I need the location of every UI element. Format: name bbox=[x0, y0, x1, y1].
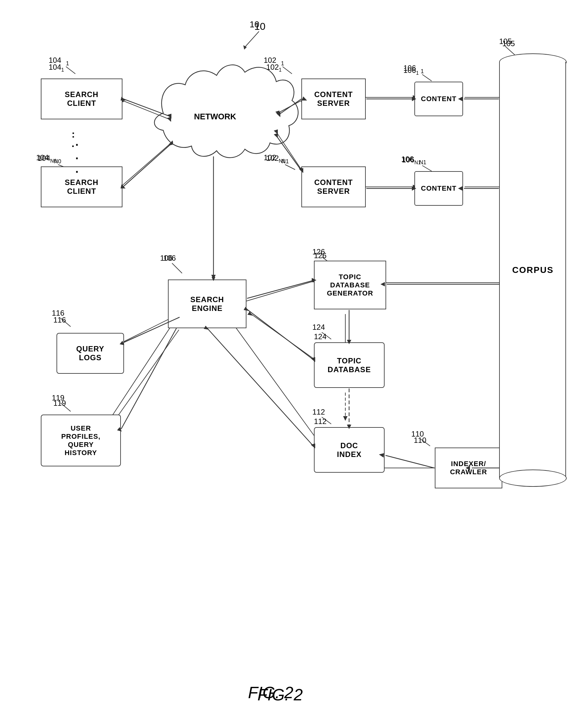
svg-line-46 bbox=[278, 101, 301, 113]
svg-line-20 bbox=[422, 166, 432, 171]
svg-line-14 bbox=[285, 165, 295, 170]
svg-marker-63 bbox=[247, 312, 253, 316]
ref-104-n0: 104N0 bbox=[38, 154, 57, 164]
svg-marker-2 bbox=[243, 45, 247, 49]
ref-126: 126 bbox=[314, 251, 327, 260]
user-profiles-label: USER PROFILES, QUERY HISTORY bbox=[61, 424, 101, 457]
svg-marker-45 bbox=[169, 140, 173, 144]
ref-110: 110 bbox=[414, 436, 426, 445]
search-engine-label: SEARCH ENGINE bbox=[190, 295, 224, 313]
search-client-1-box: SEARCH CLIENT bbox=[41, 79, 122, 119]
ref-112: 112 bbox=[314, 417, 327, 426]
corpus-cylinder: CORPUS bbox=[499, 54, 567, 487]
svg-line-17 bbox=[422, 75, 432, 81]
content-server-n1-box: CONTENT SERVER bbox=[301, 166, 366, 207]
svg-marker-47 bbox=[275, 110, 279, 116]
query-logs-box: QUERY LOGS bbox=[57, 333, 124, 374]
ref-105: 105 bbox=[502, 39, 515, 48]
topic-database-label: TOPIC DATABASE bbox=[328, 356, 371, 374]
svg-text:.: . bbox=[71, 138, 75, 149]
svg-text:1: 1 bbox=[421, 68, 424, 75]
svg-marker-50 bbox=[274, 129, 278, 134]
topic-db-gen-label: TOPIC DATABASE GENERATOR bbox=[327, 273, 373, 297]
ref-102-n1: 102N1 bbox=[266, 154, 286, 164]
ref-10: 10 bbox=[250, 19, 259, 29]
doc-index-box: DOC INDEX bbox=[314, 427, 384, 473]
search-client-n0-label: SEARCH CLIENT bbox=[65, 178, 98, 196]
ref-102-1: 1021 bbox=[266, 63, 281, 73]
search-engine-box: SEARCH ENGINE bbox=[168, 279, 247, 328]
topic-database-box: TOPIC DATABASE bbox=[314, 342, 384, 388]
search-client-1-label: SEARCH CLIENT bbox=[65, 90, 98, 108]
doc-index-label: DOC INDEX bbox=[337, 441, 361, 459]
svg-text:NETWORK: NETWORK bbox=[194, 112, 236, 121]
diagram-container: { "title": "FIG. 2", "diagram_ref": "10"… bbox=[0, 0, 588, 728]
svg-line-67 bbox=[245, 281, 314, 301]
search-client-n0-box: SEARCH CLIENT bbox=[41, 166, 122, 207]
svg-line-43 bbox=[122, 143, 171, 185]
ref-124: 124 bbox=[314, 332, 327, 341]
svg-marker-70 bbox=[343, 416, 348, 421]
svg-line-1 bbox=[245, 32, 259, 47]
ref-119: 119 bbox=[54, 399, 66, 408]
content-server-n1-label: CONTENT SERVER bbox=[314, 178, 353, 196]
svg-line-71 bbox=[226, 314, 317, 440]
svg-line-49 bbox=[276, 132, 301, 170]
svg-text::: : bbox=[71, 128, 75, 140]
dots-separator: ··· bbox=[75, 138, 79, 179]
svg-line-24 bbox=[172, 263, 182, 273]
content-1-box: CONTENT bbox=[414, 82, 463, 116]
content-1-label: CONTENT bbox=[421, 95, 457, 103]
topic-db-gen-box: TOPIC DATABASE GENERATOR bbox=[314, 261, 386, 309]
content-n1-box: CONTENT bbox=[414, 171, 463, 206]
content-server-1-box: CONTENT SERVER bbox=[301, 79, 366, 119]
ref-104-1: 1041 bbox=[49, 63, 64, 73]
svg-text:112: 112 bbox=[312, 408, 325, 416]
figure-label: FIG. 2 bbox=[248, 683, 293, 702]
svg-line-40 bbox=[122, 101, 170, 119]
svg-line-11 bbox=[282, 67, 292, 74]
svg-text:1: 1 bbox=[66, 60, 69, 67]
user-profiles-box: USER PROFILES, QUERY HISTORY bbox=[41, 415, 121, 466]
query-logs-label: QUERY LOGS bbox=[76, 345, 104, 362]
ref-106-1: 1061 bbox=[403, 66, 419, 76]
corpus-label: CORPUS bbox=[512, 265, 554, 275]
ref-106-engine: 106 bbox=[160, 254, 173, 263]
indexer-crawler-label: INDEXER/ CRAWLER bbox=[450, 460, 487, 476]
ref-106-n1: 106N1 bbox=[402, 155, 421, 166]
svg-marker-42 bbox=[167, 117, 171, 122]
content-n1-label: CONTENT bbox=[421, 184, 457, 192]
svg-line-62 bbox=[251, 314, 317, 361]
svg-marker-53 bbox=[211, 275, 216, 279]
ref-116: 116 bbox=[54, 316, 66, 325]
svg-text:124: 124 bbox=[312, 323, 325, 331]
svg-line-5 bbox=[66, 67, 75, 74]
content-server-1-label: CONTENT SERVER bbox=[314, 90, 353, 108]
indexer-crawler-box: INDEXER/ CRAWLER bbox=[435, 448, 502, 488]
